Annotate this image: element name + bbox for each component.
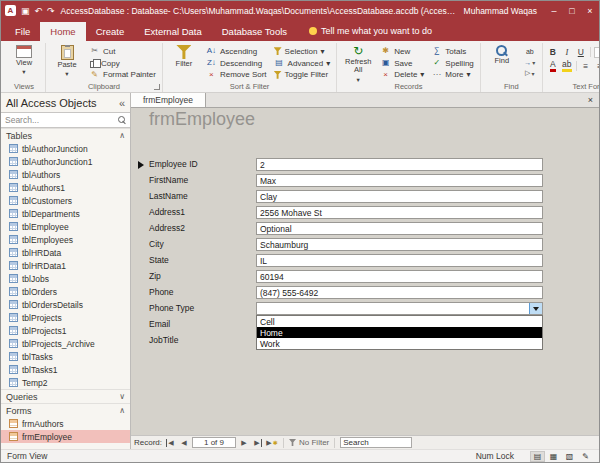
record-search-box[interactable] [340,437,412,448]
find-button[interactable]: Find [485,44,519,80]
last-record-button[interactable]: ▶ [252,437,264,448]
nav-table-item[interactable]: tblAuthorJunction [1,142,130,155]
datasheet-view-button[interactable]: ▦ [546,451,561,462]
dropdown-option[interactable]: Work [257,338,542,349]
delete-record-button[interactable]: × Delete ▾ [378,69,426,80]
field-input[interactable]: 2 [256,158,543,171]
minimize-button[interactable]: – [545,1,563,20]
new-record-button[interactable]: ✱ New [378,46,426,57]
dropdown-option[interactable]: Cell [257,316,542,327]
dropdown-option[interactable]: Home [257,327,542,338]
nav-table-item[interactable]: tblOrdersDetails [1,298,130,311]
save-record-button[interactable]: ▣ Save [378,58,426,69]
nav-table-item[interactable]: tblProjects_Archive [1,337,130,350]
highlight-color-button[interactable]: ab [561,61,573,72]
nav-table-item[interactable]: tblProjects [1,311,130,324]
tab-home[interactable]: Home [40,22,85,41]
nav-table-item[interactable]: tblAuthors [1,168,130,181]
filter-status[interactable]: No Filter [289,438,329,447]
align-center-button[interactable]: ≡ [594,61,600,72]
nav-table-item[interactable]: tblEmployee [1,220,130,233]
nav-form-item[interactable]: frmEmployee [1,430,130,443]
combo-dropdown-button[interactable] [529,303,542,314]
field-input[interactable]: (847) 555-6492 [256,286,543,299]
field-input[interactable]: Max [256,174,543,187]
filter-button[interactable]: Filter [167,44,201,80]
tell-me-box[interactable]: Tell me what you want to do [309,26,432,41]
design-view-button[interactable]: ✎ [578,451,593,462]
signed-in-user[interactable]: Muhammad Waqas [464,6,537,16]
more-button[interactable]: ⋯ More ▾ [429,69,475,80]
italic-button[interactable]: I [561,47,573,58]
field-input[interactable] [256,302,543,315]
paste-button[interactable]: Paste ▾ [50,44,84,80]
spelling-button[interactable]: ✓ Spelling [429,58,475,69]
search-input[interactable] [5,115,95,125]
search-icon[interactable] [118,116,126,124]
close-document-icon[interactable]: × [582,93,599,107]
copy-button[interactable]: Copy [87,58,158,69]
nav-table-item[interactable]: tblAuthors1 [1,181,130,194]
field-input[interactable]: 60194 [256,270,543,283]
field-input[interactable]: Schaumburg [256,238,543,251]
nav-table-item[interactable]: tblJobs [1,272,130,285]
section-tables[interactable]: Tables ∧ [1,128,130,142]
collapse-pane-icon[interactable]: « [119,97,125,109]
select-button[interactable]: ▷ ▾ [522,68,538,78]
format-painter-button[interactable]: ✎ Format Painter [87,69,158,80]
first-record-button[interactable]: ◀ [164,437,176,448]
section-queries[interactable]: Queries ∨ [1,389,130,403]
next-record-button[interactable]: ▶ [238,437,250,448]
nav-table-item[interactable]: tblDepartments [1,207,130,220]
nav-form-item[interactable]: frmAuthors [1,417,130,430]
underline-button[interactable]: U [575,47,587,58]
redo-icon[interactable]: ↷ [47,6,55,16]
tab-create[interactable]: Create [86,22,135,41]
record-selector-icon[interactable] [138,161,144,169]
nav-table-item[interactable]: Temp2 [1,376,130,389]
refresh-all-button[interactable]: ↻ Refresh All ▾ [341,44,375,80]
nav-table-item[interactable]: tblCustomers [1,194,130,207]
form-view-button[interactable]: ▤ [530,451,545,462]
document-tab-frmemployee[interactable]: frmEmployee [131,93,206,107]
nav-table-item[interactable]: tblTasks1 [1,363,130,376]
go-to-button[interactable]: → ▾ [522,57,538,67]
tab-external-data[interactable]: External Data [134,22,212,41]
maximize-button[interactable]: □ [563,1,581,20]
align-left-button[interactable]: ≡ [580,61,592,72]
nav-search-box[interactable] [1,112,130,128]
section-forms[interactable]: Forms ∧ [1,403,130,417]
replace-button[interactable]: ab [522,46,538,56]
selection-button[interactable]: Selection ▾ [272,46,333,57]
nav-table-item[interactable]: tblOrders [1,285,130,298]
field-input[interactable]: IL [256,254,543,267]
ascending-button[interactable]: A↓ Ascending [204,46,269,57]
nav-table-item[interactable]: tblHRData [1,246,130,259]
undo-icon[interactable]: ↶ [35,6,43,16]
tab-file[interactable]: File [5,22,40,41]
nav-table-item[interactable]: tblProjects1 [1,324,130,337]
nav-table-item[interactable]: tblTasks [1,350,130,363]
view-button[interactable]: View ▾ [7,44,41,80]
nav-table-item[interactable]: tblEmployees [1,233,130,246]
bold-button[interactable]: B [547,47,559,58]
field-input[interactable]: Optional [256,222,543,235]
nav-table-item[interactable]: tblAuthorJunction1 [1,155,130,168]
close-button[interactable]: × [581,1,599,20]
toggle-filter-button[interactable]: Toggle Filter [272,69,333,80]
font-color-button[interactable]: A [547,61,559,72]
totals-button[interactable]: ∑ Totals [429,46,475,57]
descending-button[interactable]: Z↓ Descending [204,58,269,69]
layout-view-button[interactable]: ▧ [562,451,577,462]
new-blank-record-button[interactable]: ▶ ✱ [266,437,278,448]
previous-record-button[interactable]: ◀ [178,437,190,448]
record-search-input[interactable] [343,438,409,447]
field-input[interactable]: Clay [256,190,543,203]
advanced-button[interactable]: ▤ Advanced ▾ [272,58,333,69]
font-combo[interactable]: ▾ [594,47,600,58]
remove-sort-button[interactable]: × Remove Sort [204,69,269,80]
cut-button[interactable]: ✂ Cut [87,46,158,57]
tab-database-tools[interactable]: Database Tools [212,22,297,41]
field-input[interactable]: 2556 Mohave St [256,206,543,219]
save-icon[interactable]: ▣ [21,6,30,16]
